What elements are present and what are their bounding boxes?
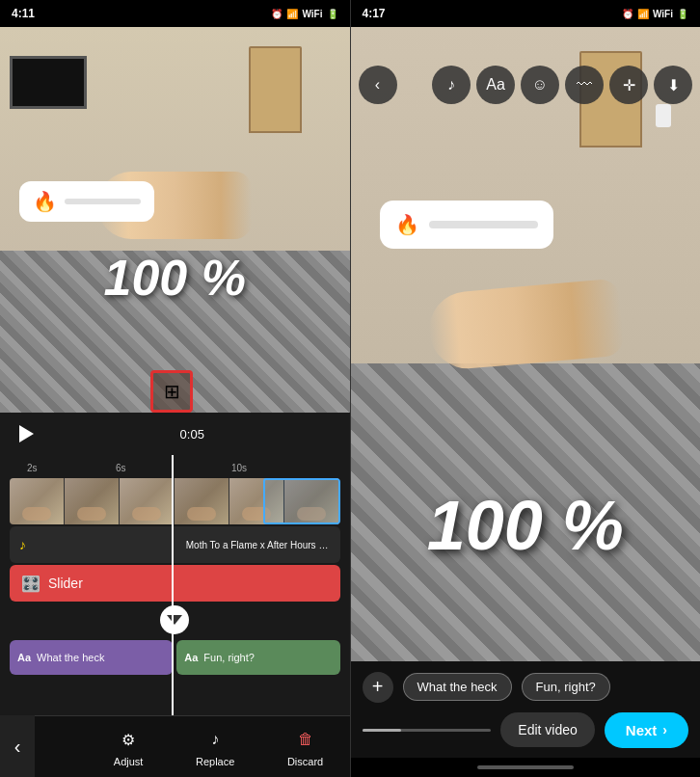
status-icons-right: ⏰ 📶 WiFi 🔋 <box>622 9 688 19</box>
alarm-icon: ⏰ <box>271 9 283 19</box>
sticker-box-right: 🔥 <box>380 201 553 249</box>
home-bar-right <box>477 765 574 769</box>
replace-icon: ♪ <box>202 726 229 753</box>
arrow-down-indicator <box>160 605 189 634</box>
chip-fun-right[interactable]: Fun, right? <box>522 673 610 701</box>
effects-toolbar-button[interactable]: 〰 <box>565 66 604 104</box>
clip-text-1: What the heck <box>37 652 104 663</box>
adjust-label: Adjust <box>114 756 144 767</box>
status-bar-right: 4:17 ⏰ 📶 WiFi 🔋 <box>351 0 701 27</box>
selected-element-box[interactable]: ⊞ <box>150 370 193 413</box>
discard-label: Discard <box>287 756 323 767</box>
time-left: 4:11 <box>12 7 35 20</box>
adjust-button[interactable]: ⚙ Adjust <box>114 726 144 767</box>
thumb-2 <box>65 478 120 524</box>
thumb-3 <box>120 478 175 524</box>
home-indicator-right <box>351 758 701 777</box>
plus-icon: + <box>372 676 384 698</box>
time-right: 4:17 <box>363 7 386 20</box>
room-door-left <box>249 46 302 133</box>
transform-toolbar-icon: ✛ <box>623 76 635 94</box>
hundred-percent-right: 100 % <box>427 486 624 565</box>
text-toolbar-button[interactable]: Aa <box>476 66 515 104</box>
right-panel: 4:17 ⏰ 📶 WiFi 🔋 100 % 🔥 ‹ <box>351 0 701 777</box>
text-clips-row: Aa What the heck Aa Fun, right? <box>0 640 350 675</box>
back-button-left[interactable]: ‹ <box>0 715 35 777</box>
text-clip-what-the-heck[interactable]: Aa What the heck <box>10 640 173 675</box>
text-toolbar-icon: Aa <box>486 76 505 94</box>
ruler-6s: 6s <box>116 463 126 473</box>
next-label: Next <box>626 722 658 738</box>
time-display: 0:05 <box>48 427 337 442</box>
top-toolbar-right: ‹ ♪ Aa ☺ 〰 ✛ ⬇ <box>351 58 701 112</box>
signal-icon: 📶 <box>286 9 298 19</box>
wifi-icon: WiFi <box>302 9 322 19</box>
text-clip-fun-right[interactable]: Aa Fun, right? <box>176 640 339 675</box>
status-bar-left: 4:11 ⏰ 📶 WiFi 🔋 <box>0 0 350 27</box>
thumb-1 <box>10 478 65 524</box>
left-panel: 4:11 ⏰ 📶 WiFi 🔋 100 % 🔥 ⊞ <box>0 0 350 777</box>
music-note-icon: ♪ <box>19 537 26 552</box>
thumb-4 <box>175 478 229 524</box>
timeline-ruler: 2s 6s 10s <box>0 459 350 476</box>
slider-track-icon: 🎛️ <box>21 575 40 593</box>
clip-text-2: Fun, right? <box>203 652 255 663</box>
bottom-toolbar-left: ⚙ Adjust ♪ Replace 🗑 Discard <box>0 715 350 777</box>
replace-button[interactable]: ♪ Replace <box>196 726 234 767</box>
alarm-icon-r: ⏰ <box>622 9 633 19</box>
effects-toolbar-icon: 〰 <box>577 76 592 94</box>
discard-button[interactable]: 🗑 Discard <box>287 726 323 767</box>
video-background-left: 100 % 🔥 ⊞ <box>0 27 350 413</box>
replace-label: Replace <box>196 756 234 767</box>
fire-emoji-left: 🔥 <box>33 190 57 213</box>
bottom-actions-row: Edit video Next › <box>363 712 689 748</box>
hundred-percent-left: 100 % <box>104 249 246 307</box>
back-icon-right: ‹ <box>375 76 380 94</box>
battery-icon-r: 🔋 <box>677 9 688 19</box>
sticker-bar-left <box>65 199 141 204</box>
back-button-right[interactable]: ‹ <box>359 66 397 104</box>
clip-aa-icon-2: Aa <box>184 652 198 663</box>
video-track[interactable] <box>10 478 340 524</box>
play-button[interactable] <box>13 421 39 446</box>
selected-element-icon: ⊞ <box>164 380 180 403</box>
audio-label: Moth To a Flame x After Hours (TikTok Ed… <box>186 540 331 550</box>
music-toolbar-button[interactable]: ♪ <box>432 66 471 104</box>
timeline-area: 2s 6s 10s ♪ Moth To a Flame x After Hour… <box>0 455 350 715</box>
audio-waveform <box>34 534 178 555</box>
slider-track[interactable]: 🎛️ Slider <box>10 565 340 602</box>
play-icon <box>19 425 34 442</box>
sticker-bar-right <box>429 221 538 228</box>
next-button[interactable]: Next › <box>605 712 688 748</box>
adjust-icon: ⚙ <box>115 726 142 753</box>
audio-track[interactable]: ♪ Moth To a Flame x After Hours (TikTok … <box>10 526 340 563</box>
video-background-right: 100 % 🔥 <box>351 27 701 661</box>
battery-icon: 🔋 <box>327 9 338 19</box>
playback-bar: 0:05 <box>0 413 350 455</box>
transform-toolbar-button[interactable]: ✛ <box>609 66 648 104</box>
suggestions-row: + What the heck Fun, right? <box>363 672 689 703</box>
edit-video-button[interactable]: Edit video <box>500 712 594 747</box>
video-preview-left: 100 % 🔥 ⊞ <box>0 27 350 413</box>
clip-aa-icon-1: Aa <box>17 652 31 663</box>
ruler-2s: 2s <box>27 463 38 473</box>
download-toolbar-icon: ⬇ <box>667 76 680 94</box>
music-toolbar-icon: ♪ <box>447 76 455 94</box>
plus-button[interactable]: + <box>363 672 393 703</box>
slider-track-label: Slider <box>48 576 83 591</box>
status-icons-left: ⏰ 📶 WiFi 🔋 <box>271 9 337 19</box>
fire-emoji-right: 🔥 <box>395 213 419 236</box>
tv-screen <box>10 56 87 109</box>
sticker-box-left: 🔥 <box>19 181 154 222</box>
wifi-icon-r: WiFi <box>653 9 673 19</box>
sticker-toolbar-icon: ☺ <box>532 76 548 94</box>
video-preview-right: 100 % 🔥 ‹ ♪ Aa ☺ 〰 ✛ <box>351 27 701 661</box>
arrow-down-icon <box>167 615 182 625</box>
download-toolbar-button[interactable]: ⬇ <box>654 66 692 104</box>
sticker-toolbar-button[interactable]: ☺ <box>521 66 559 104</box>
chip-what-the-heck[interactable]: What the heck <box>403 673 512 701</box>
signal-icon-r: 📶 <box>637 9 649 19</box>
ruler-10s: 10s <box>231 463 247 473</box>
progress-fill <box>363 729 401 732</box>
back-arrow-icon: ‹ <box>14 736 21 758</box>
